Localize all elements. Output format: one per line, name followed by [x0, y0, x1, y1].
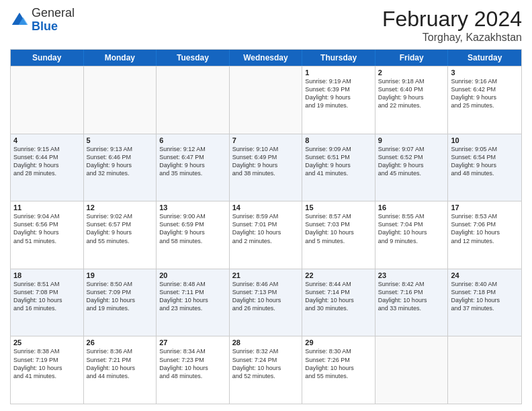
day-info: Sunrise: 9:18 AM Sunset: 6:40 PM Dayligh…: [378, 77, 445, 110]
title-block: February 2024 Torghay, Kazakhstan: [382, 7, 522, 44]
day-number: 19: [87, 271, 154, 279]
day-number: 2: [378, 68, 445, 77]
table-row: 16Sunrise: 8:55 AM Sunset: 7:04 PM Dayli…: [375, 201, 449, 269]
day-info: Sunrise: 8:53 AM Sunset: 7:06 PM Dayligh…: [451, 212, 519, 245]
calendar: Sunday Monday Tuesday Wednesday Thursday…: [10, 49, 522, 404]
day-number: 8: [305, 136, 372, 144]
table-row: [375, 336, 449, 404]
table-row: 20Sunrise: 8:48 AM Sunset: 7:11 PM Dayli…: [157, 269, 230, 336]
table-row: 2Sunrise: 9:18 AM Sunset: 6:40 PM Daylig…: [375, 66, 449, 134]
table-row: 14Sunrise: 8:59 AM Sunset: 7:01 PM Dayli…: [230, 201, 303, 269]
day-number: 11: [13, 203, 81, 212]
day-info: Sunrise: 8:36 AM Sunset: 7:21 PM Dayligh…: [87, 347, 154, 380]
table-row: 26Sunrise: 8:36 AM Sunset: 7:21 PM Dayli…: [84, 336, 157, 404]
table-row: 8Sunrise: 9:09 AM Sunset: 6:51 PM Daylig…: [302, 134, 375, 201]
table-row: 19Sunrise: 8:50 AM Sunset: 7:09 PM Dayli…: [84, 269, 157, 336]
table-row: 28Sunrise: 8:32 AM Sunset: 7:24 PM Dayli…: [230, 336, 303, 404]
logo-icon: [10, 11, 29, 30]
day-number: 9: [378, 136, 445, 144]
day-info: Sunrise: 9:07 AM Sunset: 6:52 PM Dayligh…: [378, 145, 445, 178]
day-info: Sunrise: 8:44 AM Sunset: 7:14 PM Dayligh…: [305, 280, 372, 313]
calendar-row: 11Sunrise: 9:04 AM Sunset: 6:56 PM Dayli…: [11, 201, 521, 269]
main-title: February 2024: [382, 7, 522, 32]
table-row: 3Sunrise: 9:16 AM Sunset: 6:42 PM Daylig…: [448, 66, 521, 134]
day-number: 22: [305, 271, 372, 279]
day-info: Sunrise: 8:34 AM Sunset: 7:23 PM Dayligh…: [159, 347, 226, 380]
day-number: 16: [378, 203, 445, 212]
day-number: 26: [87, 338, 154, 347]
calendar-row: 25Sunrise: 8:38 AM Sunset: 7:19 PM Dayli…: [11, 336, 521, 404]
table-row: [84, 66, 157, 134]
table-row: 10Sunrise: 9:05 AM Sunset: 6:54 PM Dayli…: [448, 134, 521, 201]
calendar-row: 1Sunrise: 9:19 AM Sunset: 6:39 PM Daylig…: [11, 66, 521, 134]
day-info: Sunrise: 9:19 AM Sunset: 6:39 PM Dayligh…: [305, 77, 372, 110]
day-info: Sunrise: 9:10 AM Sunset: 6:49 PM Dayligh…: [232, 145, 300, 178]
table-row: [157, 66, 230, 134]
day-number: 7: [232, 136, 300, 144]
calendar-row: 18Sunrise: 8:51 AM Sunset: 7:08 PM Dayli…: [11, 269, 521, 336]
table-row: [230, 66, 303, 134]
day-info: Sunrise: 8:46 AM Sunset: 7:13 PM Dayligh…: [232, 280, 300, 313]
day-number: 1: [305, 68, 372, 77]
day-number: 24: [451, 271, 519, 279]
day-number: 18: [13, 271, 81, 279]
day-info: Sunrise: 9:16 AM Sunset: 6:42 PM Dayligh…: [451, 77, 519, 110]
table-row: 1Sunrise: 9:19 AM Sunset: 6:39 PM Daylig…: [302, 66, 375, 134]
table-row: [11, 66, 84, 134]
table-row: 13Sunrise: 9:00 AM Sunset: 6:59 PM Dayli…: [157, 201, 230, 269]
day-number: 3: [451, 68, 519, 77]
table-row: 7Sunrise: 9:10 AM Sunset: 6:49 PM Daylig…: [230, 134, 303, 201]
day-number: 25: [13, 338, 81, 347]
day-number: 14: [232, 203, 300, 212]
table-row: 25Sunrise: 8:38 AM Sunset: 7:19 PM Dayli…: [11, 336, 84, 404]
day-number: 12: [87, 203, 154, 212]
day-info: Sunrise: 9:12 AM Sunset: 6:47 PM Dayligh…: [159, 145, 226, 178]
logo-general: General: [32, 6, 75, 19]
header-friday: Friday: [375, 50, 449, 66]
header-tuesday: Tuesday: [157, 50, 230, 66]
day-number: 17: [451, 203, 519, 212]
day-info: Sunrise: 9:15 AM Sunset: 6:44 PM Dayligh…: [13, 145, 81, 178]
day-number: 20: [159, 271, 226, 279]
day-info: Sunrise: 8:32 AM Sunset: 7:24 PM Dayligh…: [232, 347, 300, 380]
day-number: 29: [305, 338, 372, 347]
day-number: 15: [305, 203, 372, 212]
table-row: 6Sunrise: 9:12 AM Sunset: 6:47 PM Daylig…: [157, 134, 230, 201]
day-info: Sunrise: 8:30 AM Sunset: 7:26 PM Dayligh…: [305, 347, 372, 380]
table-row: 23Sunrise: 8:42 AM Sunset: 7:16 PM Dayli…: [375, 269, 449, 336]
header-saturday: Saturday: [448, 50, 521, 66]
day-info: Sunrise: 8:50 AM Sunset: 7:09 PM Dayligh…: [87, 280, 154, 313]
table-row: 4Sunrise: 9:15 AM Sunset: 6:44 PM Daylig…: [11, 134, 84, 201]
day-number: 10: [451, 136, 519, 144]
day-number: 6: [159, 136, 226, 144]
day-number: 5: [87, 136, 154, 144]
table-row: 24Sunrise: 8:40 AM Sunset: 7:18 PM Dayli…: [448, 269, 521, 336]
table-row: 15Sunrise: 8:57 AM Sunset: 7:03 PM Dayli…: [302, 201, 375, 269]
logo-blue: Blue: [32, 19, 58, 33]
day-number: 4: [13, 136, 81, 144]
subtitle: Torghay, Kazakhstan: [382, 32, 522, 44]
header-sunday: Sunday: [11, 50, 84, 66]
table-row: 9Sunrise: 9:07 AM Sunset: 6:52 PM Daylig…: [375, 134, 449, 201]
table-row: [448, 336, 521, 404]
day-number: 21: [232, 271, 300, 279]
day-info: Sunrise: 9:13 AM Sunset: 6:46 PM Dayligh…: [87, 145, 154, 178]
day-info: Sunrise: 9:00 AM Sunset: 6:59 PM Dayligh…: [159, 212, 226, 245]
calendar-header: Sunday Monday Tuesday Wednesday Thursday…: [11, 50, 521, 66]
day-number: 23: [378, 271, 445, 279]
header-wednesday: Wednesday: [230, 50, 303, 66]
day-info: Sunrise: 9:04 AM Sunset: 6:56 PM Dayligh…: [13, 212, 81, 245]
table-row: 29Sunrise: 8:30 AM Sunset: 7:26 PM Dayli…: [302, 336, 375, 404]
table-row: 18Sunrise: 8:51 AM Sunset: 7:08 PM Dayli…: [11, 269, 84, 336]
day-info: Sunrise: 8:55 AM Sunset: 7:04 PM Dayligh…: [378, 212, 445, 245]
header-thursday: Thursday: [302, 50, 375, 66]
page: General Blue February 2024 Torghay, Kaza…: [0, 0, 532, 411]
day-info: Sunrise: 8:42 AM Sunset: 7:16 PM Dayligh…: [378, 280, 445, 313]
table-row: 22Sunrise: 8:44 AM Sunset: 7:14 PM Dayli…: [302, 269, 375, 336]
header-monday: Monday: [84, 50, 157, 66]
day-info: Sunrise: 8:57 AM Sunset: 7:03 PM Dayligh…: [305, 212, 372, 245]
day-info: Sunrise: 9:05 AM Sunset: 6:54 PM Dayligh…: [451, 145, 519, 178]
day-number: 28: [232, 338, 300, 347]
table-row: 12Sunrise: 9:02 AM Sunset: 6:57 PM Dayli…: [84, 201, 157, 269]
table-row: 21Sunrise: 8:46 AM Sunset: 7:13 PM Dayli…: [230, 269, 303, 336]
